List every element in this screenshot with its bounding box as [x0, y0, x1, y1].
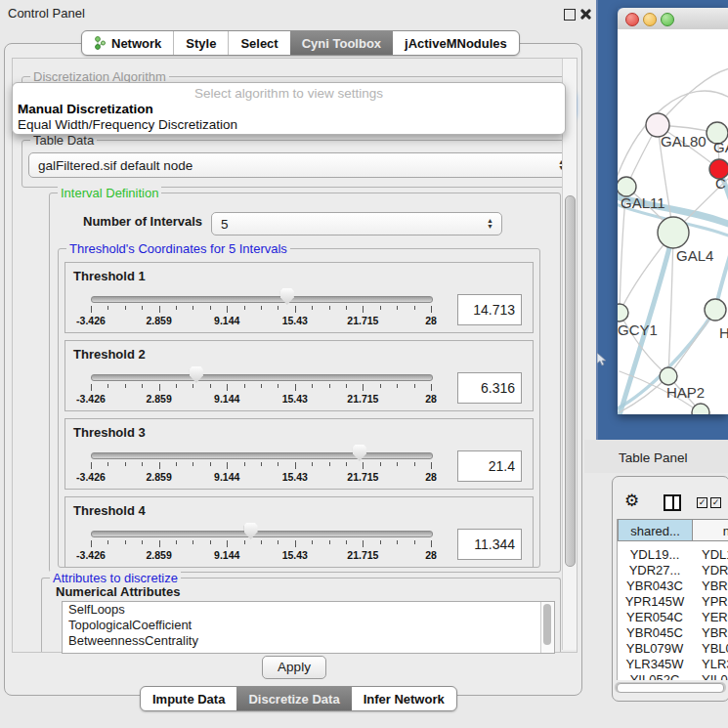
tab-cyni-toolbox[interactable]: Cyni Toolbox: [290, 31, 393, 55]
group-title: Attributes to discretize: [50, 571, 181, 585]
gear-icon[interactable]: ⚙: [624, 491, 639, 511]
numerical-attributes-list[interactable]: SelfLoopsTopologicalCoefficientBetweenne…: [62, 601, 555, 654]
table-row[interactable]: YDR27...YDR2: [618, 563, 728, 578]
table-row[interactable]: YER054CYER0: [618, 610, 728, 625]
attribute-item-selfloops[interactable]: SelfLoops: [63, 602, 554, 618]
network-canvas[interactable]: GAL80GACGAL11GAL4GCY1HHAP2: [618, 29, 728, 414]
cell-shared-name[interactable]: YBR045C: [618, 625, 692, 641]
cell-shared-name[interactable]: YIL052C: [618, 672, 692, 680]
table-hscrollbar[interactable]: [615, 682, 726, 693]
cell-name[interactable]: YDR2: [692, 563, 728, 578]
threshold-panel-3: Threshold 3-3.4262.8599.14415.4321.71528…: [64, 418, 534, 490]
tick-label: 15.43: [266, 549, 324, 561]
table-row[interactable]: YIL052CYIL0: [618, 672, 728, 680]
tab-style[interactable]: Style: [173, 31, 228, 55]
scrollbar-thumb[interactable]: [565, 195, 576, 567]
cell-shared-name[interactable]: YLR345W: [618, 657, 692, 672]
number-of-intervals-combo[interactable]: 5 ▲▼: [211, 212, 502, 236]
threshold-label: Threshold 1: [73, 269, 146, 283]
tab-label: jActiveMNodules: [405, 36, 507, 51]
node-table[interactable]: shared... na YDL19...YDL1YDR27...YDR2YBR…: [617, 519, 728, 680]
column-header-shared-name[interactable]: shared...: [618, 519, 693, 541]
slider-track[interactable]: [91, 374, 433, 381]
cell-shared-name[interactable]: YDL19...: [618, 547, 692, 563]
tab-jactivemnodules[interactable]: jActiveMNodules: [393, 31, 519, 55]
attribute-item-betweennesscentrality[interactable]: BetweennessCentrality: [63, 633, 554, 649]
cell-name[interactable]: YBR0: [692, 578, 728, 594]
zoom-traffic-light-icon[interactable]: [661, 13, 674, 26]
table-row[interactable]: YBR045CYBR0: [618, 625, 728, 641]
dropdown-item-equal-width-frequency[interactable]: Equal Width/Frequency Discretization: [18, 117, 237, 132]
tab-network[interactable]: Network: [82, 31, 173, 55]
table-data-combo[interactable]: galFiltered.sif default node ▲▼: [28, 152, 574, 178]
network-node-gal4[interactable]: [658, 217, 689, 248]
minimize-traffic-light-icon[interactable]: [643, 13, 657, 26]
network-node-gcy1[interactable]: [618, 304, 628, 321]
network-node-gal11[interactable]: [618, 177, 636, 196]
list-scrollbar[interactable]: [540, 602, 554, 653]
table-row[interactable]: YLR345WYLR3: [618, 657, 728, 672]
group-thresholds: Threshold's Coordinates for 5 Intervals …: [58, 248, 540, 568]
threshold-value-field[interactable]: 21.4: [457, 450, 522, 482]
network-node[interactable]: [692, 404, 709, 414]
float-window-icon[interactable]: [564, 9, 576, 21]
table-row[interactable]: YBL079WYBL0: [618, 641, 728, 657]
cell-name[interactable]: YPR1: [692, 594, 728, 610]
cell-name[interactable]: YBR0: [692, 625, 728, 641]
node-label: H: [719, 324, 728, 341]
cell-shared-name[interactable]: YDR27...: [618, 563, 692, 578]
threshold-value-field[interactable]: 11.344: [457, 529, 522, 560]
cell-name[interactable]: YER0: [692, 610, 728, 625]
cell-shared-name[interactable]: YER054C: [618, 610, 692, 625]
network-node-h[interactable]: [705, 299, 726, 321]
node-label: GA: [713, 139, 728, 155]
tab-discretize-data[interactable]: Discretize Data: [236, 687, 351, 710]
cell-name[interactable]: YIL0: [692, 672, 728, 680]
top-tab-bar: NetworkStyleSelectCyni ToolboxjActiveMNo…: [81, 30, 520, 56]
apply-button[interactable]: Apply: [262, 656, 326, 679]
checkbox-icon[interactable]: ✓: [697, 497, 707, 508]
slider-track[interactable]: [91, 452, 433, 459]
scrollbar-thumb[interactable]: [543, 604, 551, 645]
cell-name[interactable]: YLR3: [692, 657, 728, 672]
tick-label: 2.859: [130, 471, 189, 483]
split-columns-icon[interactable]: [664, 494, 681, 511]
cell-name[interactable]: YBL0: [692, 641, 728, 657]
close-traffic-light-icon[interactable]: [625, 13, 639, 26]
cell-shared-name[interactable]: YPR145W: [618, 594, 692, 610]
tick-label: -3.426: [62, 393, 120, 405]
table-row[interactable]: YBR043CYBR0: [618, 578, 728, 594]
tick-label: 28: [402, 549, 460, 561]
threshold-value-field[interactable]: 14.713: [457, 294, 522, 325]
threshold-value-field[interactable]: 6.316: [457, 372, 522, 404]
cell-shared-name[interactable]: YBL079W: [618, 641, 692, 657]
tab-select[interactable]: Select: [228, 31, 289, 55]
group-title: Table Data: [30, 133, 97, 148]
slider-track[interactable]: [91, 531, 433, 537]
combo-value: 5: [221, 217, 229, 232]
tab-infer-network[interactable]: Infer Network: [352, 687, 456, 710]
combo-arrows-icon: ▲▼: [487, 218, 493, 230]
tick-label: -3.426: [62, 549, 120, 561]
group-title: Threshold's Coordinates for 5 Intervals: [66, 241, 290, 256]
tick-label: 2.859: [130, 315, 189, 326]
network-window-titlebar[interactable]: [618, 8, 728, 30]
scrollbar-thumb[interactable]: [617, 683, 724, 693]
network-node-hap2[interactable]: [660, 367, 677, 385]
cell-name[interactable]: YDL1: [692, 547, 728, 563]
close-icon[interactable]: [579, 8, 592, 21]
cell-shared-name[interactable]: YBR043C: [618, 578, 692, 594]
node-label: GAL11: [621, 194, 665, 211]
main-scrollbar[interactable]: [562, 59, 577, 650]
slider-track[interactable]: [91, 296, 433, 303]
threshold-label: Threshold 4: [73, 503, 146, 518]
table-row[interactable]: YPR145WYPR1: [618, 594, 728, 610]
table-row[interactable]: YDL19...YDL1: [618, 547, 728, 563]
node-label: GAL4: [676, 247, 713, 264]
tab-impute-data[interactable]: Impute Data: [141, 687, 236, 710]
numerical-attributes-label: Numerical Attributes: [56, 584, 180, 599]
checkbox-icon[interactable]: ✓: [710, 497, 721, 508]
attribute-item-topologicalcoefficient[interactable]: TopologicalCoefficient: [63, 618, 554, 633]
column-header-name[interactable]: na: [692, 519, 728, 541]
dropdown-item-manual-discretization[interactable]: Manual Discretization: [18, 102, 153, 116]
